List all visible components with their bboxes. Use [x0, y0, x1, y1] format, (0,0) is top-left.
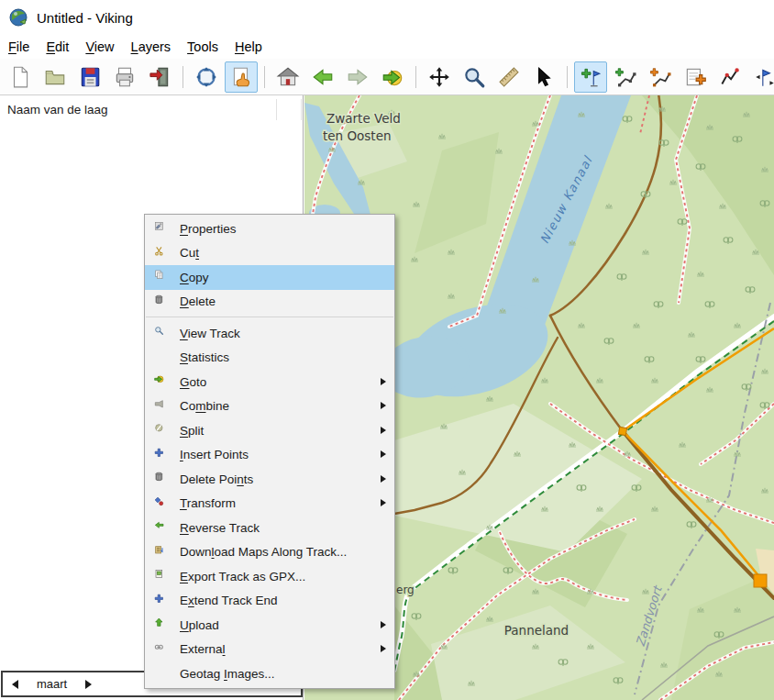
menubar-item-tools[interactable]: Tools [179, 37, 227, 59]
waypoint-edit-icon [753, 65, 774, 89]
context-menu-item-text: everse Track [189, 521, 260, 535]
context-menu-item-label: Geotag Images... [180, 667, 275, 681]
map-label-partial: erg [396, 583, 415, 596]
context-menu-item-insert-points[interactable]: Insert Points [145, 443, 394, 468]
no-icon [153, 666, 170, 681]
edit-waypoint-button[interactable] [748, 61, 774, 93]
forward-arrow-icon [346, 65, 370, 89]
context-menu-item-split[interactable]: Split [145, 418, 394, 443]
context-menu-item-delete[interactable]: Delete [145, 290, 394, 315]
split-icon [153, 423, 170, 438]
context-menu-item-copy[interactable]: Copy [145, 265, 394, 290]
context-menu-item-properties[interactable]: Properties [145, 217, 394, 241]
plus-blue-icon [154, 448, 169, 462]
context-menu-item-label: Delete Points [180, 472, 253, 486]
move-viewport-button[interactable] [190, 61, 223, 93]
create-waypoint-button[interactable] [574, 61, 607, 93]
map-label-area1: Zwarte Veld [326, 111, 401, 126]
pan-tool-button[interactable] [423, 61, 456, 93]
exit-button[interactable] [143, 61, 176, 93]
create-track-button[interactable] [609, 61, 642, 93]
context-menu-item-cut[interactable]: Cut [145, 241, 394, 266]
context-menu-item-text: C [180, 271, 189, 284]
go-back-button[interactable] [306, 61, 339, 93]
transform-icon [154, 496, 169, 511]
menubar-item-text: L [131, 39, 138, 54]
external-link-icon [153, 642, 170, 657]
context-menu-item-download-maps-along-track[interactable]: Download Maps Along Track... [145, 540, 394, 565]
zoom-tool-button[interactable] [458, 61, 491, 93]
exit-door-icon [148, 65, 171, 89]
context-menu-item-text: Cu [180, 246, 195, 260]
context-menu-item-reverse-track[interactable]: Reverse Track [145, 516, 394, 540]
month-prev-button[interactable] [12, 680, 18, 689]
jump-arrow-icon [381, 65, 404, 89]
create-route-button[interactable] [644, 61, 677, 93]
context-menu-item-upload[interactable]: Upload [145, 613, 394, 638]
menubar-item-text: H [235, 39, 244, 54]
goto-location-button[interactable] [376, 61, 409, 93]
context-menu-item-text: Geotag [180, 667, 224, 681]
context-menu-item-text: Delete Poi [180, 472, 237, 486]
context-menu-item-export-track-as-gpx[interactable]: Export Track as GPX... [145, 564, 394, 589]
download-maps-icon [154, 545, 169, 560]
select-tool-button[interactable] [527, 61, 560, 93]
context-menu-separator [146, 317, 393, 317]
circle-arrows-icon [194, 65, 218, 89]
context-menu-item-view-track[interactable]: View Track [145, 321, 394, 346]
context-menu-item-text: G [180, 375, 190, 389]
edit-trackpoint-button[interactable] [713, 61, 746, 93]
toolbar-separator [264, 66, 265, 88]
context-menu-item-text: U [180, 618, 189, 632]
track-end-marker [754, 574, 767, 587]
menubar-item-layers[interactable]: Layers [123, 37, 180, 59]
combine-icon [153, 399, 170, 414]
context-menu-item-label: Extend Track End [180, 594, 278, 607]
context-menu-item-transform[interactable]: Transform [145, 492, 394, 517]
magnifier-small-icon [153, 326, 170, 340]
toolbar-separator [567, 66, 568, 88]
context-menu-item-goto[interactable]: Goto [145, 370, 394, 394]
context-menu-item-statistics[interactable]: Statistics [145, 346, 394, 371]
context-menu-item-text: tatistics [188, 350, 229, 364]
print-button[interactable] [108, 61, 141, 93]
new-file-button[interactable] [4, 61, 37, 93]
reverse-arrow-icon [154, 520, 169, 535]
map-label-area2: ten Oosten [323, 128, 392, 143]
ruler-tool-button[interactable] [492, 61, 525, 93]
month-next-button[interactable] [85, 680, 92, 689]
menubar-item-text: V [85, 39, 94, 54]
context-menu-item-label: Upload [180, 618, 219, 632]
context-menu-item-delete-points[interactable]: Delete Points [145, 467, 394, 492]
new-trw-layer-button[interactable] [679, 61, 712, 93]
menubar-item-file[interactable]: File [0, 37, 38, 59]
upload-icon [153, 617, 170, 632]
pan-drag-mode-button[interactable] [225, 61, 258, 93]
context-menu-item-label: Delete [180, 294, 216, 308]
context-menu-item-text: l [223, 642, 226, 656]
hand-page-icon [229, 65, 253, 89]
export-gpx-icon [154, 569, 169, 583]
home-icon [276, 65, 300, 89]
context-menu-item-geotag-images[interactable]: Geotag Images... [145, 661, 394, 686]
menubar-item-view[interactable]: View [77, 37, 122, 59]
context-menu-item-combine[interactable]: Combine [145, 394, 394, 419]
menubar-item-help[interactable]: Help [227, 37, 271, 59]
save-file-button[interactable] [73, 61, 106, 93]
context-menu-item-label: Combine [180, 399, 229, 413]
menubar-item-text: ools [194, 39, 218, 54]
open-file-button[interactable] [39, 61, 72, 93]
toolbar-separator [415, 66, 416, 88]
context-menu-item-label: Transform [180, 496, 236, 510]
layers-panel-header: Naam van de laag [0, 95, 303, 124]
go-home-button[interactable] [271, 61, 304, 93]
menubar-item-edit[interactable]: Edit [38, 37, 77, 59]
go-forward-button[interactable] [341, 61, 374, 93]
context-menu-item-text: oto [190, 375, 207, 389]
properties-icon [153, 221, 170, 236]
context-menu-item-label: Properties [180, 222, 237, 236]
context-menu-item-text: E [180, 594, 188, 607]
menubar-item-text: dit [55, 39, 69, 54]
context-menu-item-external[interactable]: External [145, 638, 394, 662]
context-menu-item-extend-track-end[interactable]: Extend Track End [145, 589, 394, 614]
